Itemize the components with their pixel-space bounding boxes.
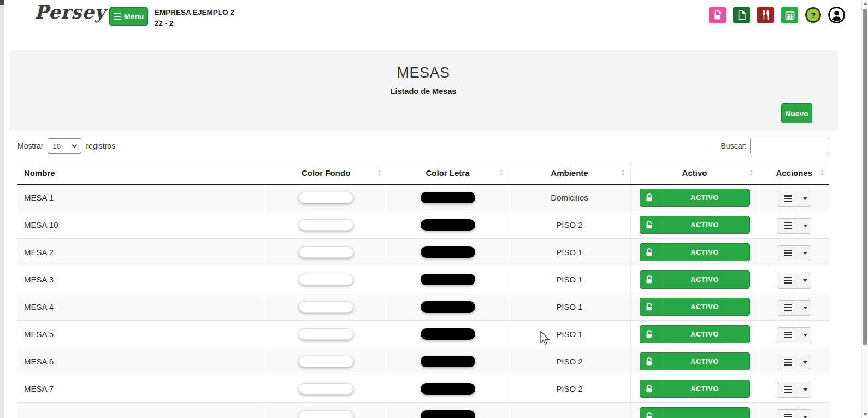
help-icon[interactable]: ? xyxy=(805,7,821,23)
scroll-up-arrow[interactable] xyxy=(863,2,867,5)
actions-menu-button[interactable] xyxy=(777,382,799,398)
sort-icon: ▲▼ xyxy=(499,169,504,176)
actions-dropdown-toggle[interactable] xyxy=(799,273,811,289)
activo-toggle-button[interactable]: ACTIVO xyxy=(640,352,750,370)
actions-menu-button[interactable] xyxy=(777,191,799,207)
page-size-select[interactable]: 10 xyxy=(48,138,81,154)
color-letra-swatch[interactable] xyxy=(421,328,475,340)
cell-activo xyxy=(630,403,759,418)
color-letra-swatch[interactable] xyxy=(421,301,475,313)
actions-dropdown-toggle[interactable] xyxy=(799,409,811,418)
unlock-icon xyxy=(640,408,660,418)
actions-menu-button[interactable] xyxy=(777,409,799,418)
cell-ambiente: PISO 1 xyxy=(509,266,630,293)
activo-toggle-button[interactable]: ACTIVO xyxy=(640,380,750,398)
new-button[interactable]: Nuevo xyxy=(781,103,812,123)
table-row: MESA 10 PISO 2 ACTIVO xyxy=(17,211,829,239)
actions-menu-button[interactable] xyxy=(777,355,799,370)
actions-menu-button[interactable] xyxy=(777,300,799,316)
cell-activo: ACTIVO xyxy=(630,321,759,348)
activo-toggle-button[interactable]: ACTIVO xyxy=(640,243,750,261)
mesa-name: MESA 1 xyxy=(24,193,54,202)
actions-menu-button[interactable] xyxy=(777,327,799,343)
activo-toggle-button[interactable]: ACTIVO xyxy=(640,270,750,289)
ambiente-value: PISO 1 xyxy=(556,302,582,311)
unlock-icon xyxy=(640,189,660,206)
color-letra-swatch[interactable] xyxy=(421,410,475,418)
color-fondo-swatch[interactable] xyxy=(299,328,353,340)
actions-menu-button[interactable] xyxy=(777,218,799,234)
color-fondo-swatch[interactable] xyxy=(299,192,353,203)
actions-menu-button[interactable] xyxy=(777,245,799,261)
activo-toggle-button[interactable]: ACTIVO xyxy=(640,216,750,234)
color-fondo-swatch[interactable] xyxy=(299,356,353,367)
color-fondo-swatch[interactable] xyxy=(299,246,353,258)
search-input[interactable] xyxy=(750,138,829,154)
actions-dropdown-toggle[interactable] xyxy=(799,382,811,398)
actions-dropdown-toggle[interactable] xyxy=(799,327,811,343)
cell-activo: ACTIVO xyxy=(630,293,759,321)
column-header-acciones[interactable]: Acciones▲▼ xyxy=(759,162,829,184)
color-fondo-swatch[interactable] xyxy=(299,274,353,285)
activo-toggle-button[interactable]: ACTIVO xyxy=(640,298,750,316)
actions-dropdown-toggle[interactable] xyxy=(799,300,811,316)
cell-acciones xyxy=(759,184,829,211)
table-row: MESA 5 PISO 1 ACTIVO xyxy=(17,321,829,348)
actions-button-group xyxy=(777,300,811,316)
color-letra-swatch[interactable] xyxy=(421,219,475,231)
color-fondo-swatch[interactable] xyxy=(299,410,353,418)
user-icon[interactable] xyxy=(828,7,845,23)
ambiente-value: Domicilios xyxy=(551,193,588,202)
ambiente-value: PISO 2 xyxy=(556,357,582,366)
menu-button[interactable]: Menu xyxy=(109,7,148,26)
cell-nombre: MESA 1 xyxy=(17,184,265,211)
color-fondo-swatch[interactable] xyxy=(299,383,353,395)
actions-dropdown-toggle[interactable] xyxy=(799,355,811,370)
column-header-color-fondo[interactable]: Color Fondo▲▼ xyxy=(265,162,387,184)
cell-color-letra xyxy=(387,321,509,348)
actions-dropdown-toggle[interactable] xyxy=(799,245,811,261)
actions-dropdown-toggle[interactable] xyxy=(799,218,811,234)
header-icon-row: ? xyxy=(709,7,845,23)
cell-nombre: MESA 3 xyxy=(17,266,265,293)
color-letra-swatch[interactable] xyxy=(421,383,475,395)
scroll-down-arrow[interactable] xyxy=(863,413,867,416)
caret-down-icon xyxy=(803,361,807,364)
document-icon[interactable] xyxy=(733,7,750,23)
scrollbar-thumb[interactable] xyxy=(863,9,867,345)
cell-nombre: MESA 6 xyxy=(17,348,265,375)
column-header-activo[interactable]: Activo▲▼ xyxy=(630,162,759,184)
unlock-icon xyxy=(640,216,660,233)
mesa-name: MESA 4 xyxy=(24,302,54,311)
color-fondo-swatch[interactable] xyxy=(299,219,353,231)
hamburger-icon xyxy=(784,332,792,339)
actions-dropdown-toggle[interactable] xyxy=(799,191,811,207)
activo-label: ACTIVO xyxy=(660,326,749,343)
sort-icon: ▲▼ xyxy=(377,169,382,176)
column-header-ambiente[interactable]: Ambiente▲▼ xyxy=(509,162,630,184)
calendar-icon[interactable] xyxy=(781,7,798,23)
restaurant-icon[interactable] xyxy=(757,7,774,23)
activo-toggle-button[interactable] xyxy=(640,407,750,418)
company-info: EMPRESA EJEMPLO 2 22 - 2 xyxy=(155,7,234,29)
activo-toggle-button[interactable]: ACTIVO xyxy=(640,325,750,343)
color-letra-swatch[interactable] xyxy=(421,246,475,258)
color-letra-swatch[interactable] xyxy=(421,192,475,203)
color-letra-swatch[interactable] xyxy=(421,274,475,285)
cell-ambiente: PISO 1 xyxy=(509,293,630,321)
hamburger-icon xyxy=(114,13,121,20)
cell-acciones xyxy=(759,266,829,293)
color-letra-swatch[interactable] xyxy=(421,356,475,367)
caret-down-icon xyxy=(803,252,807,255)
unlock-icon[interactable] xyxy=(709,7,726,23)
column-header-nombre[interactable]: Nombre xyxy=(17,162,265,184)
caret-down-icon xyxy=(803,307,807,309)
window-edge xyxy=(0,0,4,418)
vertical-scrollbar[interactable] xyxy=(861,0,868,418)
actions-menu-button[interactable] xyxy=(777,273,799,289)
column-header-color-letra[interactable]: Color Letra▲▼ xyxy=(387,162,509,184)
color-fondo-swatch[interactable] xyxy=(299,301,353,313)
cell-ambiente: PISO 2 xyxy=(509,211,630,239)
activo-toggle-button[interactable]: ACTIVO xyxy=(640,189,750,207)
ambiente-value: PISO 1 xyxy=(556,329,582,339)
